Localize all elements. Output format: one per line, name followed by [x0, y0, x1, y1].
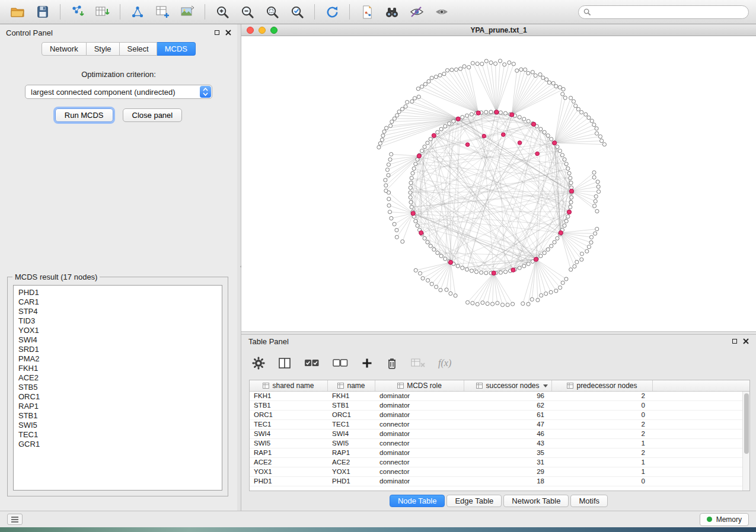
close-table-panel-icon[interactable] [743, 338, 749, 344]
columns-icon [278, 357, 291, 370]
tab-node-table[interactable]: Node Table [390, 495, 445, 507]
table-row[interactable]: ACE2ACE2connector311 [250, 458, 749, 467]
tab-network-table[interactable]: Network Table [503, 495, 569, 507]
column-header-name[interactable]: name [328, 380, 375, 391]
mcds-result-item[interactable]: GCR1 [18, 440, 222, 449]
export-image-button[interactable] [177, 3, 198, 21]
column-type-icon [567, 383, 573, 389]
sort-chevron-icon[interactable] [543, 384, 548, 387]
table-row[interactable]: ORC1ORC1dominator610 [250, 411, 749, 420]
table-cell: SWI5 [250, 439, 328, 448]
network-canvas[interactable] [241, 36, 756, 331]
close-mcds-panel-button[interactable]: Close panel [123, 108, 183, 122]
open-session-button[interactable] [7, 3, 28, 21]
mcds-result-item[interactable]: SWI5 [18, 421, 222, 430]
mcds-result-item[interactable]: PHD1 [18, 288, 222, 297]
table-cell: 1 [552, 458, 653, 467]
scrollbar-thumb[interactable] [744, 393, 749, 454]
table-row[interactable]: FKH1FKH1dominator962 [250, 392, 749, 401]
mcds-result-item[interactable]: TEC1 [18, 430, 222, 440]
show-hide-button[interactable] [431, 3, 452, 21]
mcds-result-item[interactable]: YOX1 [18, 326, 222, 335]
mcds-result-item[interactable]: STB1 [18, 411, 222, 421]
table-cell: 96 [464, 392, 552, 400]
mcds-result-item[interactable]: ACE2 [18, 373, 222, 383]
mcds-result-item[interactable]: ORC1 [18, 392, 222, 402]
mcds-result-item[interactable]: RAP1 [18, 402, 222, 411]
mcds-result-item[interactable]: SRD1 [18, 345, 222, 354]
table-cell: 29 [464, 467, 552, 476]
mcds-result-group: MCDS result (17 nodes) PHD1CAR1STP4TID3Y… [7, 277, 228, 496]
deselect-all-rows-button[interactable] [333, 357, 348, 369]
tab-select[interactable]: Select [120, 42, 157, 56]
column-header-predecessor-nodes[interactable]: predecessor nodes [552, 380, 653, 391]
table-cell: ORC1 [328, 411, 375, 419]
tab-network[interactable]: Network [42, 42, 87, 56]
table-cell: dominator [375, 477, 464, 486]
zoom-selected-button[interactable] [286, 3, 308, 21]
column-type-icon [263, 383, 269, 389]
hamburger-icon [11, 517, 19, 523]
table-cell: 35 [464, 448, 552, 457]
table-row[interactable]: STB1STB1dominator620 [250, 401, 749, 411]
table-row[interactable]: PHD1PHD1dominator180 [250, 477, 749, 486]
table-cell: STB1 [328, 401, 375, 410]
tab-motifs[interactable]: Motifs [570, 495, 608, 507]
delete-column-button[interactable] [386, 357, 398, 370]
table-row[interactable]: YOX1YOX1connector291 [250, 467, 749, 477]
table-row[interactable]: TEC1TEC1connector472 [250, 420, 749, 430]
search-network-button[interactable] [381, 3, 403, 21]
apply-layout-button[interactable] [321, 3, 343, 21]
table-row[interactable]: RAP1RAP1dominator352 [250, 448, 749, 458]
new-table-button[interactable] [152, 3, 173, 21]
tab-edge-table[interactable]: Edge Table [446, 495, 502, 507]
style-preview-button[interactable] [406, 3, 428, 21]
close-panel-icon[interactable] [225, 30, 231, 36]
column-header-mcds-role[interactable]: MCDS role [375, 380, 464, 391]
toolbar-separator [314, 4, 315, 20]
table-scrollbar[interactable] [742, 392, 749, 491]
mcds-result-item[interactable]: PMA2 [18, 354, 222, 364]
criterion-dropdown[interactable]: largest connected component (undirected) [25, 85, 212, 99]
new-network-button[interactable] [127, 3, 148, 21]
mcds-result-item[interactable]: CAR1 [18, 297, 222, 307]
column-label: MCDS role [407, 382, 442, 390]
float-panel-icon[interactable] [215, 30, 219, 35]
table-cell: dominator [375, 430, 464, 438]
column-label: successor nodes [486, 382, 539, 390]
table-row[interactable]: SWI5SWI5connector431 [250, 439, 749, 448]
add-column-button[interactable] [361, 357, 373, 369]
table-cell: 2 [552, 392, 653, 400]
column-header-shared-name[interactable]: shared name [250, 380, 328, 391]
column-header-successor-nodes[interactable]: successor nodes [464, 380, 552, 391]
table-row[interactable]: SWI4SWI4dominator462 [250, 430, 749, 439]
float-table-panel-icon[interactable] [732, 339, 737, 344]
mcds-result-item[interactable]: STB5 [18, 383, 222, 392]
node-table: shared name name MCDS role successor nod… [249, 380, 750, 491]
import-network-button[interactable] [67, 3, 88, 21]
run-mcds-button[interactable]: Run MCDS [55, 108, 113, 122]
memory-button[interactable]: Memory [700, 513, 749, 526]
zoom-fit-button[interactable] [261, 3, 283, 21]
network-window-titlebar[interactable]: YPA_prune.txt_1 [241, 24, 756, 36]
mcds-result-item[interactable]: STP4 [18, 307, 222, 316]
mcds-result-item[interactable]: TID3 [18, 316, 222, 326]
mcds-result-list[interactable]: PHD1CAR1STP4TID3YOX1SWI4SRD1PMA2FKH1ACE2… [13, 285, 222, 491]
mcds-result-item[interactable]: SWI4 [18, 335, 222, 345]
table-cell: dominator [375, 411, 464, 419]
mcds-result-item[interactable]: FKH1 [18, 364, 222, 373]
select-all-rows-button[interactable] [304, 357, 320, 369]
zoom-in-button[interactable] [212, 3, 233, 21]
search-input[interactable] [578, 5, 749, 19]
save-session-button[interactable] [32, 3, 53, 21]
export-document-button[interactable] [356, 3, 378, 21]
import-table-button[interactable] [92, 3, 113, 21]
zoom-out-button[interactable] [237, 3, 258, 21]
column-selector-button[interactable] [278, 357, 291, 370]
tab-style[interactable]: Style [87, 42, 120, 56]
network-window-title: YPA_prune.txt_1 [241, 26, 756, 34]
panel-menu-button[interactable] [7, 514, 23, 525]
vertical-splitter[interactable] [237, 24, 241, 511]
table-settings-button[interactable] [252, 357, 265, 370]
tab-mcds[interactable]: MCDS [157, 42, 196, 56]
